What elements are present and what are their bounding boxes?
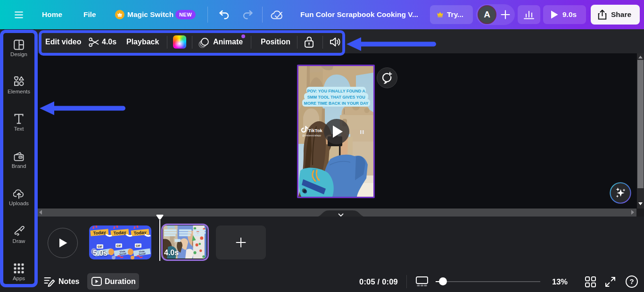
svg-text:Social: Social	[139, 252, 146, 256]
svg-text:GIF: GIF	[98, 245, 102, 248]
svg-text:Social: Social	[119, 252, 127, 256]
svg-text:TikTok: TikTok	[308, 128, 322, 133]
svg-text:@vistasocialapp: @vistasocialapp	[302, 134, 321, 137]
svg-text:GIF: GIF	[116, 244, 121, 247]
svg-text:MORE TIME BACK IN YOUR DAY: MORE TIME BACK IN YOUR DAY	[304, 101, 369, 106]
svg-text:POV: YOU FINALLY FOUND A: POV: YOU FINALLY FOUND A	[307, 89, 365, 93]
svg-text:SMM TOOL THAT GIVES YOU: SMM TOOL THAT GIVES YOU	[307, 95, 365, 100]
svg-text:GIF: GIF	[136, 244, 140, 247]
